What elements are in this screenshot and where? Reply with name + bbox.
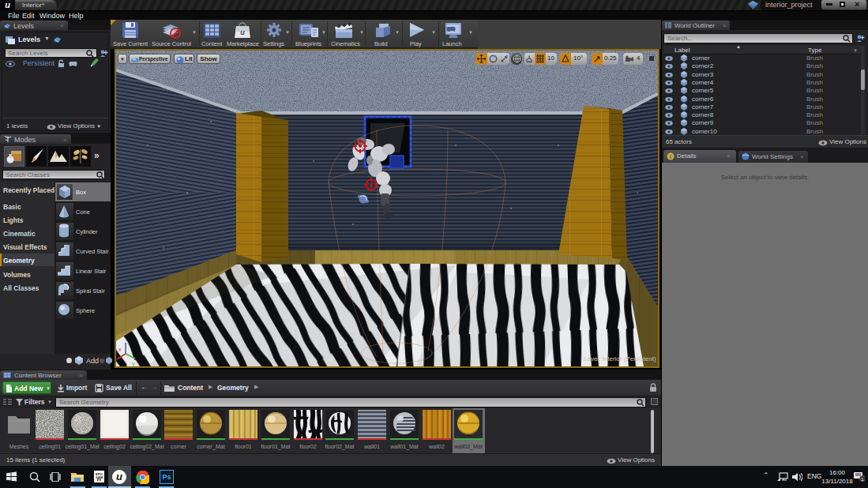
svg-text:y: y <box>132 361 135 366</box>
svg-text:Level: Interior (Persistent): Level: Interior (Persistent) <box>584 355 656 362</box>
svg-text:u: u <box>240 28 245 36</box>
svg-text:x: x <box>118 347 122 352</box>
